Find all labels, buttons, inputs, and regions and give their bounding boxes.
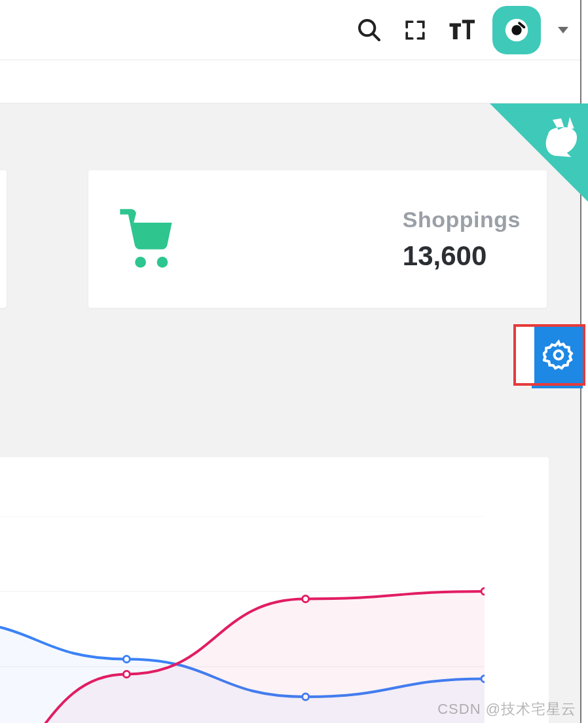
- svg-point-12: [123, 656, 130, 663]
- sub-toolbar: [0, 60, 588, 103]
- search-icon[interactable]: [355, 16, 384, 45]
- avatar[interactable]: [492, 6, 541, 54]
- stat-card-value: 13,600: [403, 240, 521, 272]
- stat-card-partial: [0, 170, 7, 308]
- svg-point-15: [123, 671, 130, 678]
- chevron-down-icon[interactable]: [558, 27, 568, 33]
- chart-panel: [0, 457, 549, 723]
- text-size-icon[interactable]: [447, 16, 475, 45]
- gear-icon: [543, 339, 574, 371]
- cat-icon: [538, 113, 584, 161]
- svg-point-3: [511, 25, 521, 35]
- topbar: [0, 0, 588, 60]
- settings-button[interactable]: [534, 327, 583, 383]
- stat-card-shoppings[interactable]: Shoppings 13,600: [88, 170, 547, 308]
- svg-point-16: [303, 596, 309, 602]
- svg-line-1: [373, 33, 379, 40]
- svg-point-5: [135, 257, 146, 268]
- watermark: CSDN @技术宅星云: [437, 699, 576, 719]
- settings-spacer: [516, 327, 534, 383]
- stat-card-text: Shoppings 13,600: [403, 207, 521, 272]
- stat-card-label: Shoppings: [403, 207, 521, 232]
- svg-point-18: [555, 351, 563, 360]
- svg-point-6: [157, 257, 168, 268]
- fullscreen-icon[interactable]: [401, 16, 430, 45]
- svg-point-17: [481, 588, 485, 595]
- line-chart[interactable]: [0, 516, 485, 723]
- settings-highlight-box: [513, 324, 585, 386]
- shopping-cart-icon: [115, 203, 180, 275]
